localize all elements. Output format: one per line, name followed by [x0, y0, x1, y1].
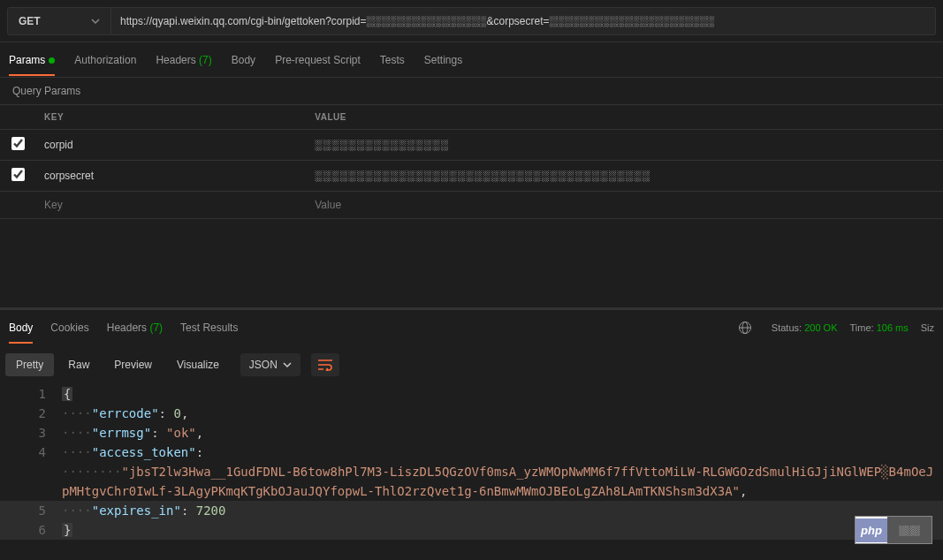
- params-modified-dot: [49, 57, 55, 64]
- response-panel: Body Cookies Headers (7) Test Results St…: [0, 307, 943, 560]
- tab-authorization[interactable]: Authorization: [74, 45, 136, 75]
- response-time: 106 ms: [877, 322, 909, 333]
- json-errmsg: ok: [173, 426, 188, 440]
- param-key-input[interactable]: [44, 199, 297, 211]
- format-select[interactable]: JSON: [240, 353, 300, 376]
- col-key: KEY: [35, 105, 306, 130]
- http-method-select[interactable]: GET: [7, 7, 111, 35]
- json-errcode: 0: [173, 406, 180, 420]
- json-expires-in: 7200: [196, 503, 226, 518]
- wrap-line-button[interactable]: [311, 353, 339, 376]
- chevron-down-icon: [283, 360, 292, 369]
- view-pretty[interactable]: Pretty: [5, 353, 54, 376]
- url-input[interactable]: [111, 7, 936, 35]
- request-tabs: Params Authorization Headers (7) Body Pr…: [0, 42, 943, 78]
- table-header-row: KEY VALUE: [0, 105, 943, 130]
- chevron-down-icon: [91, 17, 100, 26]
- section-title: Query Params: [0, 78, 943, 105]
- tab-prerequest[interactable]: Pre-request Script: [275, 45, 361, 75]
- response-body: 1{ 2····"errcode": 0, 3····"errmsg": "ok…: [0, 384, 943, 560]
- view-visualize[interactable]: Visualize: [166, 353, 230, 376]
- resp-tab-test-results[interactable]: Test Results: [180, 313, 238, 343]
- param-key[interactable]: corpid: [35, 130, 306, 161]
- table-row-new: [0, 192, 943, 219]
- status-code: 200 OK: [804, 322, 837, 333]
- param-value-input[interactable]: [315, 199, 934, 211]
- param-enable-checkbox[interactable]: [11, 168, 25, 181]
- resp-tab-cookies[interactable]: Cookies: [50, 313, 88, 343]
- tab-headers[interactable]: Headers (7): [156, 45, 211, 75]
- table-row: corpsecret ░░░░░░░░░░░░░░░░░░░░░░░░░░░░░…: [0, 161, 943, 192]
- http-method-label: GET: [19, 15, 41, 27]
- response-tabs: Body Cookies Headers (7) Test Results St…: [0, 310, 943, 345]
- resp-tab-body[interactable]: Body: [9, 313, 33, 343]
- globe-icon[interactable]: [738, 321, 752, 335]
- tab-body[interactable]: Body: [232, 45, 255, 75]
- response-meta: Status: 200 OK Time: 106 ms Siz: [738, 321, 934, 335]
- wrap-icon: [318, 359, 332, 371]
- col-value: VALUE: [306, 105, 943, 130]
- tab-settings[interactable]: Settings: [424, 45, 462, 75]
- badge-left: php: [856, 518, 887, 542]
- tab-params[interactable]: Params: [9, 45, 55, 75]
- php-badge: php ░░░: [855, 516, 932, 544]
- params-table: KEY VALUE corpid ░░░░░░░░░░░░░░░░ corpse…: [0, 105, 943, 219]
- badge-right: ░░░: [887, 517, 932, 543]
- param-key[interactable]: corpsecret: [35, 161, 306, 192]
- view-mode-bar: Pretty Raw Preview Visualize JSON: [0, 345, 943, 384]
- resp-tab-headers[interactable]: Headers (7): [107, 313, 163, 343]
- view-preview[interactable]: Preview: [103, 353, 163, 376]
- param-value[interactable]: ░░░░░░░░░░░░░░░░: [306, 130, 943, 161]
- param-enable-checkbox[interactable]: [11, 137, 25, 150]
- table-row: corpid ░░░░░░░░░░░░░░░░: [0, 130, 943, 161]
- response-size-label: Siz: [921, 322, 934, 333]
- url-bar: GET: [0, 0, 943, 42]
- view-raw[interactable]: Raw: [57, 353, 100, 376]
- param-value[interactable]: ░░░░░░░░░░░░░░░░░░░░░░░░░░░░░░░░░░░░░░░░: [306, 161, 943, 192]
- json-access-token: jbsT2lw3Hwa__1GudFDNL-B6tow8hPl7M3-LiszD…: [62, 465, 933, 498]
- tab-tests[interactable]: Tests: [380, 45, 405, 75]
